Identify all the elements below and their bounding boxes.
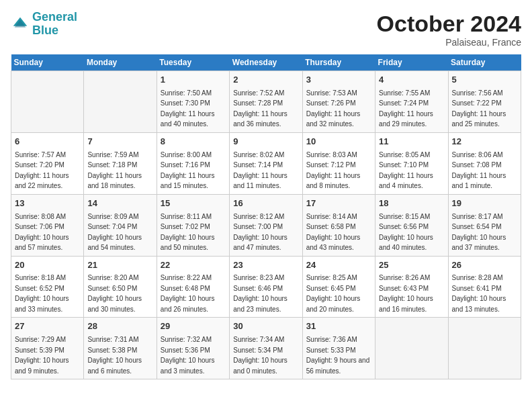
calendar-cell: 22Sunrise: 8:22 AMSunset: 6:48 PMDayligh… <box>157 256 229 318</box>
calendar-cell: 25Sunrise: 8:26 AMSunset: 6:43 PMDayligh… <box>375 256 448 318</box>
day-number: 14 <box>87 197 152 210</box>
calendar-cell: 12Sunrise: 8:06 AMSunset: 7:08 PMDayligh… <box>448 132 521 194</box>
calendar-cell: 19Sunrise: 8:17 AMSunset: 6:54 PMDayligh… <box>448 194 521 256</box>
day-number: 7 <box>87 136 152 148</box>
day-number: 24 <box>306 259 371 272</box>
day-info: Sunrise: 8:03 AMSunset: 7:12 PMDaylight:… <box>306 151 361 190</box>
day-info: Sunrise: 8:12 AMSunset: 7:00 PMDaylight:… <box>233 213 287 252</box>
day-number: 25 <box>379 259 444 272</box>
logo: General Blue <box>11 11 77 38</box>
day-info: Sunrise: 8:02 AMSunset: 7:14 PMDaylight:… <box>233 151 287 190</box>
day-info: Sunrise: 8:25 AMSunset: 6:45 PMDaylight:… <box>306 274 361 313</box>
day-info: Sunrise: 8:09 AMSunset: 7:04 PMDaylight:… <box>87 213 142 252</box>
day-number: 19 <box>452 197 517 210</box>
day-info: Sunrise: 8:28 AMSunset: 6:41 PMDaylight:… <box>452 274 506 313</box>
page-header: General Blue October 2024 Palaiseau, Fra… <box>11 11 521 48</box>
header-tuesday: Tuesday <box>157 54 229 71</box>
day-number: 2 <box>233 74 298 87</box>
day-info: Sunrise: 7:29 AMSunset: 5:39 PMDaylight:… <box>15 336 69 375</box>
day-info: Sunrise: 8:23 AMSunset: 6:46 PMDaylight:… <box>233 274 287 313</box>
day-number: 10 <box>306 136 371 148</box>
calendar-cell: 21Sunrise: 8:20 AMSunset: 6:50 PMDayligh… <box>84 256 157 318</box>
day-number: 27 <box>15 320 80 333</box>
calendar-cell: 20Sunrise: 8:18 AMSunset: 6:52 PMDayligh… <box>11 256 84 318</box>
calendar-cell: 7Sunrise: 7:59 AMSunset: 7:18 PMDaylight… <box>84 132 157 194</box>
calendar-cell <box>448 318 521 379</box>
logo-line2: Blue <box>32 24 58 37</box>
day-info: Sunrise: 8:18 AMSunset: 6:52 PMDaylight:… <box>15 274 69 313</box>
day-number: 22 <box>161 259 226 272</box>
day-info: Sunrise: 7:52 AMSunset: 7:28 PMDaylight:… <box>233 89 287 128</box>
day-number: 21 <box>87 259 152 272</box>
day-number: 30 <box>233 320 298 333</box>
day-info: Sunrise: 7:59 AMSunset: 7:18 PMDaylight:… <box>87 151 142 190</box>
day-info: Sunrise: 8:00 AMSunset: 7:16 PMDaylight:… <box>161 151 215 190</box>
calendar-cell: 9Sunrise: 8:02 AMSunset: 7:14 PMDaylight… <box>230 132 302 194</box>
logo-line1: General <box>32 10 77 24</box>
day-info: Sunrise: 8:20 AMSunset: 6:50 PMDaylight:… <box>87 274 142 313</box>
calendar-cell: 1Sunrise: 7:50 AMSunset: 7:30 PMDaylight… <box>157 71 229 133</box>
month-title: October 2024 <box>377 11 521 37</box>
calendar-cell: 28Sunrise: 7:31 AMSunset: 5:38 PMDayligh… <box>84 318 157 379</box>
day-info: Sunrise: 7:50 AMSunset: 7:30 PMDaylight:… <box>161 89 215 128</box>
day-info: Sunrise: 7:53 AMSunset: 7:26 PMDaylight:… <box>306 89 361 128</box>
day-info: Sunrise: 7:34 AMSunset: 5:34 PMDaylight:… <box>233 336 287 375</box>
calendar-cell: 24Sunrise: 8:25 AMSunset: 6:45 PMDayligh… <box>302 256 375 318</box>
calendar-header-row: SundayMondayTuesdayWednesdayThursdayFrid… <box>11 54 521 71</box>
calendar-cell: 4Sunrise: 7:55 AMSunset: 7:24 PMDaylight… <box>375 71 448 133</box>
location: Palaiseau, France <box>377 37 521 48</box>
day-info: Sunrise: 7:31 AMSunset: 5:38 PMDaylight:… <box>87 336 142 375</box>
day-info: Sunrise: 8:15 AMSunset: 6:56 PMDaylight:… <box>379 213 433 252</box>
logo-icon <box>11 15 30 34</box>
calendar-cell: 3Sunrise: 7:53 AMSunset: 7:26 PMDaylight… <box>302 71 375 133</box>
calendar-week-row: 1Sunrise: 7:50 AMSunset: 7:30 PMDaylight… <box>11 71 521 133</box>
calendar-cell <box>84 71 157 133</box>
header-wednesday: Wednesday <box>230 54 302 71</box>
day-number: 12 <box>452 136 517 148</box>
calendar-cell: 10Sunrise: 8:03 AMSunset: 7:12 PMDayligh… <box>302 132 375 194</box>
calendar-table: SundayMondayTuesdayWednesdayThursdayFrid… <box>11 54 521 379</box>
day-number: 28 <box>87 320 152 333</box>
calendar-cell: 5Sunrise: 7:56 AMSunset: 7:22 PMDaylight… <box>448 71 521 133</box>
day-number: 15 <box>161 197 226 210</box>
day-info: Sunrise: 8:22 AMSunset: 6:48 PMDaylight:… <box>161 274 215 313</box>
calendar-cell: 29Sunrise: 7:32 AMSunset: 5:36 PMDayligh… <box>157 318 229 379</box>
day-number: 17 <box>306 197 371 210</box>
calendar-cell: 23Sunrise: 8:23 AMSunset: 6:46 PMDayligh… <box>230 256 302 318</box>
day-number: 1 <box>161 74 226 87</box>
day-number: 26 <box>452 259 517 272</box>
day-number: 6 <box>15 136 80 148</box>
day-number: 5 <box>452 74 517 87</box>
day-info: Sunrise: 7:57 AMSunset: 7:20 PMDaylight:… <box>15 151 69 190</box>
calendar-week-row: 20Sunrise: 8:18 AMSunset: 6:52 PMDayligh… <box>11 256 521 318</box>
calendar-cell: 15Sunrise: 8:11 AMSunset: 7:02 PMDayligh… <box>157 194 229 256</box>
calendar-cell: 27Sunrise: 7:29 AMSunset: 5:39 PMDayligh… <box>11 318 84 379</box>
day-number: 8 <box>161 136 226 148</box>
calendar-cell: 31Sunrise: 7:36 AMSunset: 5:33 PMDayligh… <box>302 318 375 379</box>
day-info: Sunrise: 7:55 AMSunset: 7:24 PMDaylight:… <box>379 89 433 128</box>
header-sunday: Sunday <box>11 54 84 71</box>
calendar-cell <box>375 318 448 379</box>
calendar-cell: 11Sunrise: 8:05 AMSunset: 7:10 PMDayligh… <box>375 132 448 194</box>
calendar-cell: 14Sunrise: 8:09 AMSunset: 7:04 PMDayligh… <box>84 194 157 256</box>
day-info: Sunrise: 8:08 AMSunset: 7:06 PMDaylight:… <box>15 213 69 252</box>
day-info: Sunrise: 8:14 AMSunset: 6:58 PMDaylight:… <box>306 213 361 252</box>
calendar-cell: 2Sunrise: 7:52 AMSunset: 7:28 PMDaylight… <box>230 71 302 133</box>
day-info: Sunrise: 7:36 AMSunset: 5:33 PMDaylight:… <box>306 336 370 375</box>
day-number: 4 <box>379 74 444 87</box>
header-saturday: Saturday <box>448 54 521 71</box>
header-thursday: Thursday <box>302 54 375 71</box>
day-number: 9 <box>233 136 298 148</box>
day-info: Sunrise: 8:17 AMSunset: 6:54 PMDaylight:… <box>452 213 506 252</box>
day-number: 29 <box>161 320 226 333</box>
day-info: Sunrise: 8:06 AMSunset: 7:08 PMDaylight:… <box>452 151 506 190</box>
day-info: Sunrise: 8:05 AMSunset: 7:10 PMDaylight:… <box>379 151 433 190</box>
day-number: 11 <box>379 136 444 148</box>
calendar-week-row: 13Sunrise: 8:08 AMSunset: 7:06 PMDayligh… <box>11 194 521 256</box>
calendar-week-row: 27Sunrise: 7:29 AMSunset: 5:39 PMDayligh… <box>11 318 521 379</box>
calendar-cell: 13Sunrise: 8:08 AMSunset: 7:06 PMDayligh… <box>11 194 84 256</box>
day-info: Sunrise: 8:26 AMSunset: 6:43 PMDaylight:… <box>379 274 433 313</box>
calendar-cell: 6Sunrise: 7:57 AMSunset: 7:20 PMDaylight… <box>11 132 84 194</box>
logo-text: General Blue <box>32 11 77 38</box>
day-number: 18 <box>379 197 444 210</box>
